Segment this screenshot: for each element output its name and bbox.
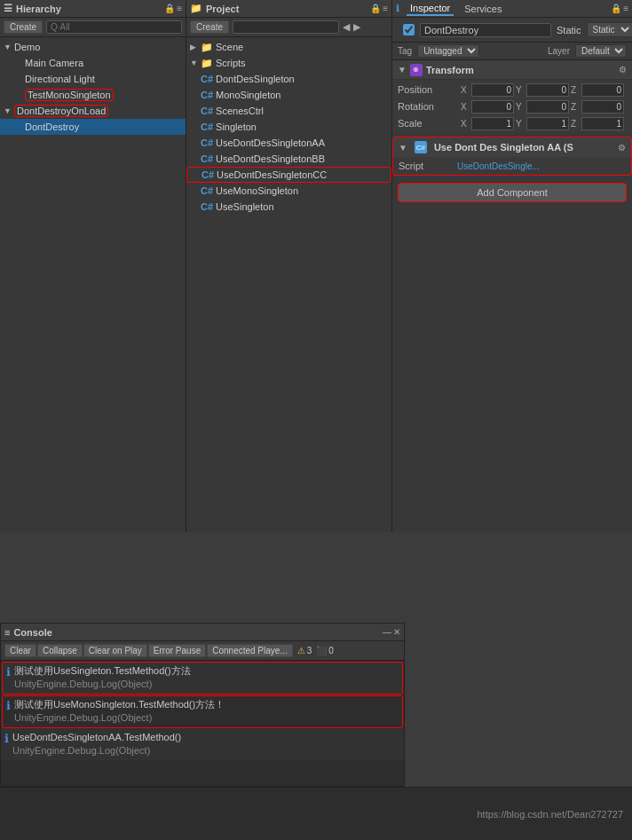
project-create-button[interactable]: Create xyxy=(190,20,229,34)
error-count: 0 xyxy=(328,646,334,656)
clear-on-play-button[interactable]: Clear on Play xyxy=(83,644,147,657)
project-title-label: Project xyxy=(206,4,239,14)
position-x-input[interactable] xyxy=(471,83,514,97)
console-msg-3-line2: UnityEngine.Debug.Log(Object) xyxy=(12,744,181,758)
transform-icon: ⊕ xyxy=(410,64,423,76)
hierarchy-item-directional-light[interactable]: Directional Light xyxy=(0,71,186,87)
scl-x-label: X xyxy=(461,119,470,129)
inspector-menu-icon: ≡ xyxy=(623,4,628,13)
hierarchy-item-dont-destroy[interactable]: DontDestroy xyxy=(0,119,186,135)
rotation-y-input[interactable] xyxy=(526,100,569,114)
transform-header[interactable]: ▼ ⊕ Transform ⚙ xyxy=(392,60,632,80)
project-item-singleton[interactable]: C# Singleton xyxy=(186,119,391,135)
hierarchy-icon: ☰ xyxy=(4,3,12,14)
tag-select[interactable]: Untagged xyxy=(417,44,479,58)
console-msg-3-line1: UseDontDesSingletonAA.TestMethod() xyxy=(12,731,181,744)
console-msg-icon-1: ℹ xyxy=(6,665,11,679)
connected-player-button[interactable]: Connected Playe... xyxy=(207,644,293,657)
tab-services[interactable]: Services xyxy=(461,3,505,15)
hierarchy-create-button[interactable]: Create xyxy=(4,20,43,34)
dont-destroy-on-load-label: DontDestroyOnLoad xyxy=(14,105,108,117)
warning-icon: ⚠ xyxy=(297,646,305,656)
console-row-1[interactable]: ℹ 测试使用UseSingleton.TestMethod()方法 UnityE… xyxy=(2,662,403,695)
inspector-controls: 🔒 ≡ xyxy=(611,4,628,13)
project-item-scripts[interactable]: ▼ 📁 Scripts xyxy=(186,55,391,71)
console-msg-text-3: UseDontDesSingletonAA.TestMethod() Unity… xyxy=(12,731,181,758)
console-close-icon[interactable]: ✕ xyxy=(393,627,400,637)
console-msg-text-1: 测试使用UseSingleton.TestMethod()方法 UnityEng… xyxy=(14,664,191,692)
project-header: 📁 Project 🔒 ≡ xyxy=(186,0,391,18)
hierarchy-item-main-camera[interactable]: Main Camera xyxy=(0,55,186,71)
scale-x-input[interactable] xyxy=(471,117,514,130)
script-component: ▼ C# Use Dont Des Singleton AA (S ⚙ Scri… xyxy=(392,137,632,176)
console-panel: ≡ Console — ✕ Clear Collapse Clear on Pl… xyxy=(0,623,405,787)
script-component-header[interactable]: ▼ C# Use Dont Des Singleton AA (S ⚙ xyxy=(393,137,631,157)
project-item-use-dont-des-cc[interactable]: C# UseDontDesSingletonCC xyxy=(186,167,391,183)
console-minimize-icon[interactable]: — xyxy=(383,627,391,637)
project-item-use-dont-des-aa[interactable]: C# UseDontDesSingletonAA xyxy=(186,135,391,151)
script-label-3: ScenesCtrl xyxy=(216,106,264,116)
static-label: Static xyxy=(557,25,581,35)
tag-label: Tag xyxy=(398,46,412,56)
object-active-checkbox[interactable] xyxy=(403,24,415,35)
pos-y-label: Y xyxy=(516,85,525,95)
hierarchy-search-input[interactable] xyxy=(46,20,182,34)
clear-button[interactable]: Clear xyxy=(4,644,36,657)
console-row-3[interactable]: ℹ UseDontDesSingletonAA.TestMethod() Uni… xyxy=(1,729,404,761)
scale-z-input[interactable] xyxy=(581,117,624,130)
project-item-scenes-ctrl[interactable]: C# ScenesCtrl xyxy=(186,103,391,119)
script-component-icon: C# xyxy=(415,141,427,153)
script-label-2: MonoSingleton xyxy=(216,90,280,100)
rot-y-label: Y xyxy=(516,102,525,112)
script-settings-icon[interactable]: ⚙ xyxy=(618,143,626,153)
project-item-dont-des-singleton[interactable]: C# DontDesSingleton xyxy=(186,71,391,87)
rotation-z-input[interactable] xyxy=(581,100,624,114)
error-pause-button[interactable]: Error Pause xyxy=(148,644,206,657)
rotation-x-input[interactable] xyxy=(471,100,514,114)
project-item-use-dont-des-bb[interactable]: C# UseDontDesSingletonBB xyxy=(186,151,391,167)
script-field-row: Script UseDontDesSingle... xyxy=(393,157,631,175)
project-lock-icon: 🔒 xyxy=(370,4,381,13)
position-y-input[interactable] xyxy=(526,83,569,97)
main-camera-label: Main Camera xyxy=(25,58,83,68)
script-icon-2: C# xyxy=(201,90,213,100)
inspector-header: ℹ Inspector Services 🔒 ≡ xyxy=(392,0,632,18)
project-item-scene[interactable]: ▶ 📁 Scene xyxy=(186,39,391,55)
project-item-use-mono-singleton[interactable]: C# UseMonoSingleton xyxy=(186,183,391,199)
script-icon-9: C# xyxy=(201,201,213,212)
lock-icon: 🔒 xyxy=(164,4,175,13)
scale-y-input[interactable] xyxy=(526,117,569,130)
collapse-button[interactable]: Collapse xyxy=(37,644,83,657)
transform-settings-icon[interactable]: ⚙ xyxy=(619,65,627,75)
layer-select[interactable]: Default xyxy=(575,44,627,58)
project-item-mono-singleton[interactable]: C# MonoSingleton xyxy=(186,87,391,103)
tag-layer-row: Tag Untagged Layer Default xyxy=(392,43,632,60)
project-nav-left-icon[interactable]: ◀ xyxy=(343,21,350,33)
console-row-2[interactable]: ℹ 测试使用UseMonoSingleton.TestMethod()方法！ U… xyxy=(2,695,403,728)
tab-inspector[interactable]: Inspector xyxy=(407,2,454,16)
dont-destroy-on-load-arrow: ▼ xyxy=(4,106,14,115)
demo-arrow: ▼ xyxy=(4,43,14,51)
add-component-button[interactable]: Add Component xyxy=(398,183,627,202)
hierarchy-item-demo[interactable]: ▼ Demo xyxy=(0,39,186,55)
position-z-input[interactable] xyxy=(581,83,624,97)
script-label-5: UseDontDesSingletonAA xyxy=(216,137,325,148)
transform-title: Transform xyxy=(426,65,619,75)
project-search-input[interactable] xyxy=(233,20,339,34)
project-item-use-singleton[interactable]: C# UseSingleton xyxy=(186,199,391,215)
footer: https://blog.csdn.net/Dean272727 xyxy=(0,787,632,840)
console-msg-2-line1: 测试使用UseMonoSingleton.TestMethod()方法！ xyxy=(14,698,225,711)
object-name-input[interactable] xyxy=(420,23,551,37)
hierarchy-panel: ☰ Hierarchy 🔒 ≡ Create ▼ Demo Main Camer… xyxy=(0,0,186,532)
console-header: ≡ Console — ✕ xyxy=(1,624,404,641)
rotation-xyz: X Y Z xyxy=(461,98,627,114)
project-controls: 🔒 ≡ xyxy=(370,4,388,13)
inspector-tabs: ℹ Inspector Services xyxy=(396,2,505,16)
position-xyz: X Y Z xyxy=(461,82,627,98)
transform-arrow: ▼ xyxy=(398,65,407,75)
project-nav-right-icon[interactable]: ▶ xyxy=(353,21,360,33)
inspector-lock-icon: 🔒 xyxy=(611,4,621,13)
hierarchy-item-dont-destroy-on-load[interactable]: ▼ DontDestroyOnLoad xyxy=(0,103,186,119)
hierarchy-item-test-mono-singleton[interactable]: TestMonoSingleton xyxy=(0,87,186,103)
static-dropdown[interactable]: Static xyxy=(587,22,632,37)
